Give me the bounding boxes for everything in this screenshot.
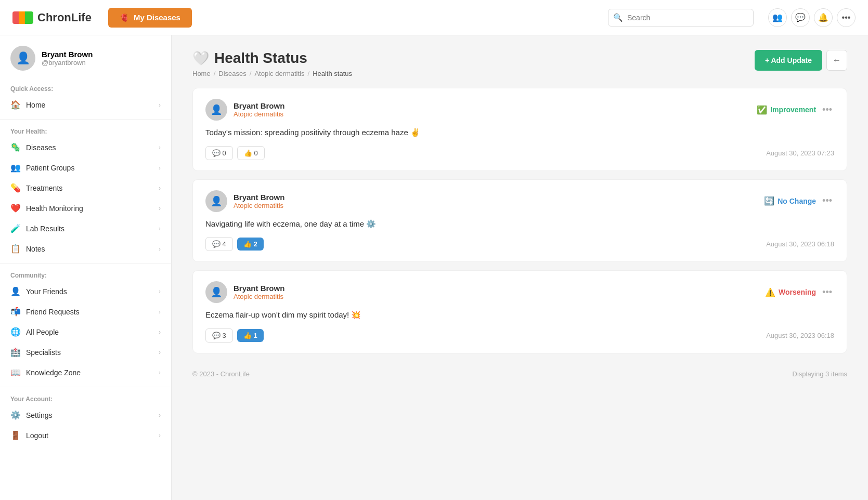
comment-button-2[interactable]: 💬 4	[205, 237, 233, 251]
knowledge-zone-icon: 📖	[10, 367, 21, 377]
like-button-2[interactable]: 👍 2	[237, 238, 264, 251]
sidebar-item-friend-requests[interactable]: 📬 Friend Requests ›	[0, 301, 171, 322]
your-account-label: Your Account:	[0, 391, 171, 405]
breadcrumb-current: Health status	[313, 70, 352, 77]
like-button-3[interactable]: 👍 1	[237, 329, 264, 342]
chevron-icon: ›	[159, 412, 161, 419]
sidebar: 👤 Bryant Brown @bryantbrown Quick Access…	[0, 35, 172, 500]
post-username-2: Bryant Brown	[234, 193, 284, 202]
sidebar-item-all-people[interactable]: 🌐 All People ›	[0, 322, 171, 342]
sidebar-item-specialists[interactable]: 🏥 Specialists ›	[0, 342, 171, 362]
home-icon: 🏠	[10, 100, 21, 110]
sidebar-item-treatments[interactable]: 💊 Treatments ›	[0, 178, 171, 198]
breadcrumb-atopic[interactable]: Atopic dermatitis	[254, 70, 304, 77]
sidebar-item-settings[interactable]: ⚙️ Settings ›	[0, 405, 171, 425]
sidebar-item-lab-results[interactable]: 🧪 Lab Results ›	[0, 218, 171, 239]
chevron-icon: ›	[159, 185, 161, 192]
treatments-icon: 💊	[10, 183, 21, 193]
username: Bryant Brown	[42, 50, 93, 59]
user-handle: @bryantbrown	[42, 59, 93, 67]
chevron-icon: ›	[159, 369, 161, 376]
post-avatar-1: 👤	[205, 99, 227, 121]
chevron-icon: ›	[159, 349, 161, 356]
chevron-icon: ›	[159, 225, 161, 232]
footer-displaying: Displaying 3 items	[793, 370, 848, 378]
people-icon-button[interactable]: 👥	[768, 8, 787, 27]
my-diseases-button[interactable]: 🫀 My Diseases	[108, 8, 192, 28]
status-icon-2: 🔄	[764, 196, 774, 206]
search-icon: 🔍	[613, 13, 623, 22]
post-menu-button-2[interactable]: •••	[820, 195, 834, 206]
post-card-2: 👤 Bryant Brown Atopic dermatitis 🔄 No Ch…	[192, 179, 847, 262]
topnav: ChronLife 🫀 My Diseases 🔍 👥 💬 🔔 •••	[0, 0, 868, 35]
specialists-icon: 🏥	[10, 347, 21, 357]
post-card-3: 👤 Bryant Brown Atopic dermatitis ⚠️ Wors…	[192, 270, 847, 353]
lab-results-icon: 🧪	[10, 223, 21, 233]
quick-access-label: Quick Access:	[0, 81, 171, 95]
post-disease-2: Atopic dermatitis	[234, 202, 284, 209]
post-username-1: Bryant Brown	[234, 101, 284, 110]
sidebar-user: 👤 Bryant Brown @bryantbrown	[0, 46, 171, 81]
community-label: Community:	[0, 268, 171, 281]
post-avatar-3: 👤	[205, 281, 227, 303]
post-menu-button-1[interactable]: •••	[820, 104, 834, 115]
breadcrumb: Home / Diseases / Atopic dermatitis / He…	[192, 70, 352, 77]
chevron-icon: ›	[159, 288, 161, 295]
patient-groups-icon: 👥	[10, 163, 21, 173]
header-actions: + Add Update ←	[755, 50, 847, 71]
page-footer: © 2023 - ChronLife Displaying 3 items	[192, 362, 847, 378]
chevron-icon: ›	[159, 432, 161, 439]
like-button-1[interactable]: 👍 0	[237, 146, 265, 160]
logo-icon	[12, 11, 33, 24]
more-icon-button[interactable]: •••	[837, 8, 856, 27]
page-header: 🤍 Health Status Home / Diseases / Atopic…	[192, 50, 847, 77]
breadcrumb-diseases[interactable]: Diseases	[218, 70, 246, 77]
your-friends-icon: 👤	[10, 286, 21, 296]
bell-icon-button[interactable]: 🔔	[814, 8, 833, 27]
chevron-icon: ›	[159, 101, 161, 109]
sidebar-item-knowledge-zone[interactable]: 📖 Knowledge Zone ›	[0, 362, 171, 383]
home-label: Home	[26, 101, 45, 109]
main-content: 🤍 Health Status Home / Diseases / Atopic…	[172, 35, 868, 500]
post-disease-1: Atopic dermatitis	[234, 110, 284, 118]
back-button[interactable]: ←	[826, 50, 847, 71]
post-text-3: Eczema flair-up won't dim my spirit toda…	[205, 309, 834, 321]
breadcrumb-home[interactable]: Home	[192, 70, 211, 77]
post-disease-3: Atopic dermatitis	[234, 293, 284, 300]
chat-icon-button[interactable]: 💬	[791, 8, 810, 27]
post-status-badge-3: ⚠️ Worsening	[765, 287, 816, 297]
notes-icon: 📋	[10, 244, 21, 254]
post-text-1: Today's mission: spreading positivity th…	[205, 127, 834, 139]
logo: ChronLife	[12, 11, 92, 24]
health-status-icon: 🤍	[192, 50, 209, 67]
status-icon-3: ⚠️	[765, 287, 775, 297]
status-icon-1: ✅	[757, 105, 767, 115]
post-card-1: 👤 Bryant Brown Atopic dermatitis ✅ Impro…	[192, 88, 847, 171]
logo-text: ChronLife	[37, 11, 92, 24]
sidebar-item-diseases[interactable]: 🦠 Diseases ›	[0, 137, 171, 157]
chevron-icon: ›	[159, 245, 161, 253]
post-timestamp-1: August 30, 2023 07:23	[766, 149, 834, 157]
diseases-icon: 🦠	[10, 142, 21, 152]
comment-button-3[interactable]: 💬 3	[205, 328, 233, 343]
my-diseases-icon: 🫀	[120, 13, 129, 22]
logout-icon: 🚪	[10, 430, 21, 440]
sidebar-item-logout[interactable]: 🚪 Logout ›	[0, 425, 171, 445]
sidebar-item-your-friends[interactable]: 👤 Your Friends ›	[0, 281, 171, 301]
post-menu-button-3[interactable]: •••	[820, 287, 834, 298]
sidebar-item-home[interactable]: 🏠 Home ›	[0, 95, 171, 115]
search-input[interactable]	[608, 9, 754, 27]
posts-container: 👤 Bryant Brown Atopic dermatitis ✅ Impro…	[192, 88, 847, 353]
nav-icons: 👥 💬 🔔 •••	[768, 8, 856, 27]
footer-copyright: © 2023 - ChronLife	[192, 370, 250, 378]
post-status-badge-2: 🔄 No Change	[764, 196, 816, 206]
sidebar-item-patient-groups[interactable]: 👥 Patient Groups ›	[0, 157, 171, 178]
sidebar-item-health-monitoring[interactable]: ❤️ Health Monitoring ›	[0, 198, 171, 218]
friend-requests-icon: 📬	[10, 307, 21, 317]
post-timestamp-3: August 30, 2023 06:18	[766, 332, 834, 339]
avatar: 👤	[10, 46, 35, 71]
sidebar-item-notes[interactable]: 📋 Notes ›	[0, 239, 171, 259]
health-monitoring-icon: ❤️	[10, 203, 21, 213]
add-update-button[interactable]: + Add Update	[755, 50, 822, 71]
comment-button-1[interactable]: 💬 0	[205, 146, 233, 160]
